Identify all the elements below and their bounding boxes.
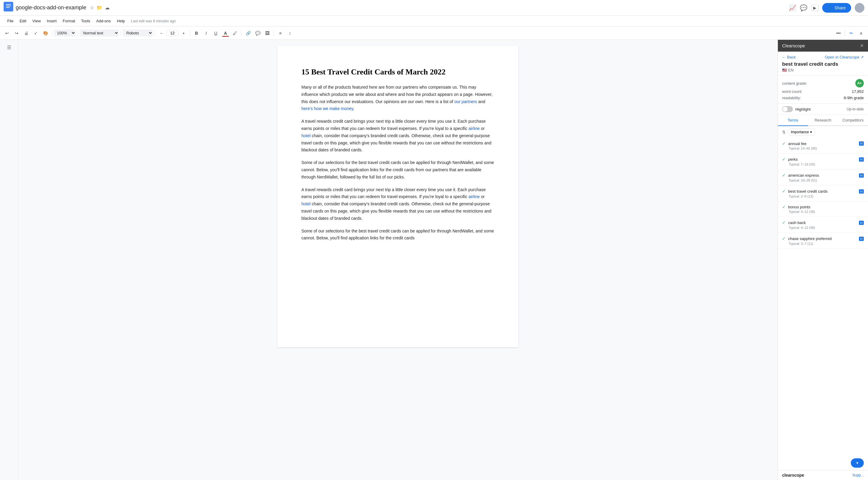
- term-check-icon: ✓: [782, 141, 786, 146]
- term-check-icon: ✓: [782, 236, 786, 241]
- open-in-clearscope-link[interactable]: Open in Clearscope ↗: [825, 55, 864, 59]
- italic-button[interactable]: I: [202, 29, 211, 38]
- readability-label: readability:: [782, 96, 801, 100]
- term-row: ✓ cash back H: [782, 220, 864, 225]
- term-name: bonus points: [788, 205, 810, 209]
- readability-row: readability: 8-9th grade: [782, 95, 864, 101]
- ai-suggest-button[interactable]: ✦: [851, 458, 864, 468]
- edit-mode-button[interactable]: ✏: [847, 29, 856, 38]
- trend-icon[interactable]: 📈: [789, 4, 796, 11]
- menu-help[interactable]: Help: [115, 18, 127, 24]
- term-check-icon: ✓: [782, 204, 786, 209]
- comment-icon[interactable]: 💬: [800, 4, 807, 11]
- term-item-best-travel[interactable]: ✓ best travel credit cards H Typical: 2–…: [778, 185, 868, 202]
- divider-1: [52, 30, 52, 36]
- partners-link[interactable]: our partners: [454, 99, 477, 104]
- left-gutter: ☰: [0, 40, 18, 480]
- app-bar-right: 📈 💬 ▶ 👤 Share: [789, 3, 864, 13]
- align-button[interactable]: ≡: [276, 29, 285, 38]
- content-grade-label: content grade:: [782, 81, 807, 86]
- doc-page: 15 Best Travel Credit Cards of March 202…: [277, 46, 518, 347]
- present-icon[interactable]: ▶: [811, 4, 818, 11]
- term-item-perks[interactable]: ✓ perks H Typical: 7–19 (55): [778, 153, 868, 170]
- print-button[interactable]: 🖨: [22, 29, 31, 38]
- filter-icon: ⇅: [782, 130, 786, 134]
- cloud-icon[interactable]: ☁: [105, 5, 110, 10]
- font-size-decrease[interactable]: −: [157, 29, 166, 38]
- support-link[interactable]: Supp...: [852, 473, 864, 477]
- menu-view[interactable]: View: [30, 18, 43, 24]
- make-money-link[interactable]: here's how we make money: [301, 106, 353, 111]
- term-check-icon: ✓: [782, 157, 786, 161]
- term-item-bonus-points[interactable]: ✓ bonus points Typical: 4–12 (38): [778, 202, 868, 217]
- font-size-increase[interactable]: +: [179, 29, 188, 38]
- divider-8: [845, 30, 845, 36]
- uptodate-label: Up-to-date: [846, 107, 864, 111]
- outline-icon[interactable]: ☰: [7, 44, 11, 50]
- term-item-cash-back[interactable]: ✓ cash back H Typical: 4–12 (98): [778, 217, 868, 233]
- term-typical: Typical: 7–19 (55): [789, 162, 864, 166]
- airline-link-2[interactable]: airline: [468, 194, 479, 199]
- tab-research[interactable]: Research: [808, 115, 838, 125]
- star-icon[interactable]: ☆: [90, 5, 94, 10]
- undo-button[interactable]: ↩: [2, 29, 11, 38]
- term-item-american-express[interactable]: ✓ american express H Typical: 10–28 (51): [778, 170, 868, 185]
- font-color-button[interactable]: A: [221, 29, 230, 38]
- sidebar-back-button[interactable]: ← Back: [782, 55, 796, 59]
- term-name: chase sapphire preferred: [788, 236, 832, 241]
- hotel-link-1[interactable]: hotel: [301, 133, 310, 138]
- link-button[interactable]: 🔗: [244, 29, 253, 38]
- spellcheck-button[interactable]: ✓: [31, 29, 40, 38]
- underline-button[interactable]: U: [211, 29, 220, 38]
- term-check-icon: ✓: [782, 173, 786, 178]
- flag-icon: 🇺🇸: [782, 68, 787, 72]
- paint-format-button[interactable]: 🎨: [41, 29, 50, 38]
- tab-terms[interactable]: Terms: [778, 115, 808, 126]
- language-code: EN: [788, 68, 794, 72]
- tab-competitors[interactable]: Competitors: [838, 115, 868, 125]
- menu-tools[interactable]: Tools: [79, 18, 93, 24]
- term-check-icon: ✓: [782, 220, 786, 225]
- app-icon: [4, 2, 13, 13]
- comment-button[interactable]: 💬: [253, 29, 262, 38]
- style-select[interactable]: Normal text Heading 1 Heading 2: [80, 30, 119, 36]
- font-select[interactable]: Roboto Arial Georgia: [123, 30, 153, 36]
- importance-filter-button[interactable]: Importance ▾: [787, 128, 815, 136]
- airline-link-1[interactable]: airline: [468, 126, 479, 131]
- image-button[interactable]: 🖼: [263, 29, 272, 38]
- hotel-link-2[interactable]: hotel: [301, 202, 310, 206]
- term-name: american express: [788, 173, 819, 178]
- menu-file[interactable]: File: [5, 18, 16, 24]
- clearscope-brand: clearscope: [782, 473, 804, 478]
- term-item-chase-sapphire[interactable]: ✓ chase sapphire preferred H Typical: 3–…: [778, 233, 868, 249]
- terms-list: ✓ annual fee H Typical: 14–42 (80) ✓ per…: [778, 138, 868, 456]
- zoom-select[interactable]: 100% 75% 125%: [54, 30, 76, 36]
- folder-icon[interactable]: 📁: [96, 5, 102, 10]
- term-typical: Typical: 4–12 (38): [789, 210, 864, 213]
- menu-format[interactable]: Format: [60, 18, 78, 24]
- svg-rect-1: [6, 4, 11, 5]
- term-item-annual-fee[interactable]: ✓ annual fee H Typical: 14–42 (80): [778, 138, 868, 153]
- menu-edit[interactable]: Edit: [17, 18, 29, 24]
- term-typical: Typical: 3–7 (11): [789, 242, 864, 245]
- menu-addons[interactable]: Add-ons: [94, 18, 113, 24]
- menu-insert[interactable]: Insert: [44, 18, 59, 24]
- highlight-toggle[interactable]: [782, 106, 793, 112]
- filter-label: Importance: [791, 130, 809, 134]
- app-bar: google-docs-add-on-example ☆ 📁 ☁ 📈 💬 ▶ 👤…: [0, 0, 868, 16]
- sidebar-close-button[interactable]: ✕: [860, 43, 864, 49]
- term-name: best travel credit cards: [788, 189, 828, 193]
- share-button[interactable]: 👤 Share: [822, 3, 851, 13]
- highlight-color-button[interactable]: 🖊: [230, 29, 240, 38]
- bold-button[interactable]: B: [192, 29, 201, 38]
- font-size-input[interactable]: [166, 30, 179, 36]
- line-spacing-button[interactable]: ↕: [285, 29, 294, 38]
- redo-button[interactable]: ↪: [12, 29, 21, 38]
- doc-para-2: A travel rewards credit card brings your…: [301, 118, 494, 154]
- doc-area: 15 Best Travel Credit Cards of March 202…: [18, 40, 778, 480]
- term-row: ✓ american express H: [782, 173, 864, 178]
- doc-para-3: Some of our selections for the best trav…: [301, 159, 494, 181]
- more-options-button[interactable]: •••: [834, 29, 843, 38]
- divider-7: [274, 30, 274, 36]
- collapse-button[interactable]: ∧: [857, 29, 866, 38]
